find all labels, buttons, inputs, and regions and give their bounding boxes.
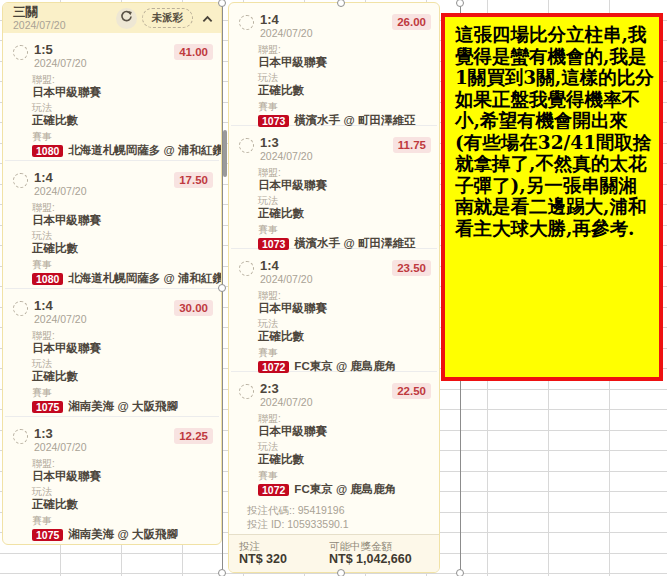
play-label: 玩法 bbox=[32, 103, 213, 113]
chevron-up-icon bbox=[202, 9, 213, 27]
match-number-badge: 1072 bbox=[258, 484, 289, 497]
bet-score: 1:3 bbox=[260, 136, 393, 150]
bet-date: 2024/07/20 bbox=[34, 442, 174, 454]
match-label: 賽事 bbox=[258, 225, 431, 235]
play-value: 正確比數 bbox=[32, 115, 213, 127]
bet-meta: 投注代碼:: 95419196 投注 ID: 105933590.1 bbox=[229, 495, 439, 531]
match-label: 賽事 bbox=[32, 132, 213, 142]
bet-entry: 1:4 2024/07/20 23.50 聯盟: 日本甲級聯賽 玩法 正確比數 … bbox=[231, 249, 437, 372]
match-number-badge: 1075 bbox=[32, 529, 63, 542]
bet-score: 1:3 bbox=[34, 427, 174, 441]
selection-handle-bottom-right[interactable] bbox=[456, 569, 464, 576]
match-name: 湘南美海 @ 大阪飛腳 bbox=[68, 401, 178, 413]
league-label: 聯盟: bbox=[258, 414, 431, 424]
play-label: 玩法 bbox=[258, 73, 431, 83]
league-label: 聯盟: bbox=[32, 203, 213, 213]
pending-status-icon bbox=[239, 138, 254, 153]
scrollbar-thumb[interactable] bbox=[223, 130, 227, 177]
play-value: 正確比數 bbox=[258, 85, 431, 97]
bet-slip-card-left: 三關 2024/07/20 未派彩 1:5 2024/07/20 bbox=[2, 2, 222, 545]
bet-entry: 1:3 2024/07/20 12.25 聯盟: 日本甲級聯賽 玩法 正確比數 … bbox=[5, 417, 219, 545]
bet-score: 1:4 bbox=[34, 171, 174, 185]
odds-badge: 41.00 bbox=[174, 44, 213, 60]
league-label: 聯盟: bbox=[258, 45, 431, 55]
bet-entry: 1:4 2024/07/20 30.00 聯盟: 日本甲級聯賽 玩法 正確比數 … bbox=[5, 289, 219, 417]
match-name: FC東京 @ 鹿島鹿角 bbox=[294, 484, 396, 496]
bet-code: 投注代碼:: 95419196 bbox=[247, 503, 439, 517]
league-value: 日本甲級聯賽 bbox=[258, 303, 431, 315]
pending-status-icon bbox=[13, 45, 28, 60]
play-value: 正確比數 bbox=[32, 371, 213, 383]
bet-entry: 1:5 2024/07/20 41.00 聯盟: 日本甲級聯賽 玩法 正確比數 … bbox=[5, 33, 219, 161]
pending-status-icon bbox=[239, 384, 254, 399]
league-value: 日本甲級聯賽 bbox=[32, 215, 213, 227]
league-label: 聯盟: bbox=[32, 75, 213, 85]
bet-score: 1:4 bbox=[260, 13, 392, 27]
league-value: 日本甲級聯賽 bbox=[258, 57, 431, 69]
league-label: 聯盟: bbox=[258, 168, 431, 178]
match-name: 北海道札幌岡薩多 @ 浦和紅鑽 bbox=[68, 145, 222, 157]
league-value: 日本甲級聯賽 bbox=[258, 426, 431, 438]
slip-footer: 投注 NT$ 320 可能中獎金額 NT$ 1,042,660 bbox=[229, 534, 439, 572]
bet-slip-card-right: 1:4 2024/07/20 26.00 聯盟: 日本甲級聯賽 玩法 正確比數 … bbox=[228, 2, 440, 573]
status-pill-unsettled[interactable]: 未派彩 bbox=[142, 8, 194, 28]
league-label: 聯盟: bbox=[258, 291, 431, 301]
match-number-badge: 1080 bbox=[32, 273, 63, 286]
possible-win-value: NT$ 1,042,660 bbox=[329, 552, 412, 566]
bet-entry: 1:4 2024/07/20 26.00 聯盟: 日本甲級聯賽 玩法 正確比數 … bbox=[231, 3, 437, 126]
play-value: 正確比數 bbox=[32, 499, 213, 511]
bet-date: 2024/07/20 bbox=[260, 28, 392, 40]
league-value: 日本甲級聯賽 bbox=[32, 343, 213, 355]
pending-status-icon bbox=[13, 173, 28, 188]
play-value: 正確比數 bbox=[258, 331, 431, 343]
pending-status-icon bbox=[239, 15, 254, 30]
odds-badge: 30.00 bbox=[174, 300, 213, 316]
bet-score: 1:4 bbox=[260, 259, 392, 273]
play-label: 玩法 bbox=[32, 231, 213, 241]
bet-date: 2024/07/20 bbox=[34, 314, 174, 326]
play-value: 正確比數 bbox=[258, 454, 431, 466]
betting-history-screenshot: 三關 2024/07/20 未派彩 1:5 2024/07/20 bbox=[0, 0, 667, 576]
bet-date: 2024/07/20 bbox=[34, 186, 174, 198]
odds-badge: 23.50 bbox=[392, 260, 431, 276]
league-label: 聯盟: bbox=[32, 331, 213, 341]
stake-value: NT$ 320 bbox=[239, 552, 329, 566]
match-name: 北海道札幌岡薩多 @ 浦和紅鑽 bbox=[68, 273, 222, 285]
match-number-badge: 1080 bbox=[32, 145, 63, 158]
stake-label: 投注 bbox=[239, 540, 329, 552]
bet-date: 2024/07/20 bbox=[260, 151, 393, 163]
slip-date: 2024/07/20 bbox=[13, 20, 116, 31]
pending-status-icon bbox=[239, 261, 254, 276]
annotation-note-box: 這張四場比分立柱串,我覺得是蠻有機會的,我是1關買到3關,這樣的比分如果正盤我覺… bbox=[441, 13, 663, 381]
bet-score: 1:5 bbox=[34, 43, 174, 57]
refresh-icon bbox=[120, 9, 133, 27]
league-label: 聯盟: bbox=[32, 459, 213, 469]
selection-handle-left-middle[interactable] bbox=[218, 284, 226, 292]
play-label: 玩法 bbox=[32, 487, 213, 497]
bet-date: 2024/07/20 bbox=[260, 274, 392, 286]
bet-date: 2024/07/20 bbox=[34, 58, 174, 70]
play-label: 玩法 bbox=[32, 359, 213, 369]
bet-entry: 1:3 2024/07/20 11.75 聯盟: 日本甲級聯賽 玩法 正確比數 … bbox=[231, 126, 437, 249]
match-label: 賽事 bbox=[32, 516, 213, 526]
match-number-badge: 1075 bbox=[32, 401, 63, 414]
refresh-button[interactable] bbox=[116, 8, 137, 29]
league-value: 日本甲級聯賽 bbox=[32, 87, 213, 99]
slip-header: 三關 2024/07/20 未派彩 bbox=[3, 3, 221, 33]
collapse-button[interactable] bbox=[199, 10, 215, 26]
selection-handle-bottom-center[interactable] bbox=[337, 569, 345, 576]
play-label: 玩法 bbox=[258, 319, 431, 329]
match-label: 賽事 bbox=[258, 348, 431, 358]
odds-badge: 11.75 bbox=[393, 137, 431, 153]
bet-date: 2024/07/20 bbox=[260, 397, 392, 409]
pending-status-icon bbox=[13, 429, 28, 444]
odds-badge: 26.00 bbox=[392, 14, 431, 30]
possible-win-label: 可能中獎金額 bbox=[329, 540, 412, 552]
play-value: 正確比數 bbox=[32, 243, 213, 255]
match-label: 賽事 bbox=[32, 388, 213, 398]
selection-handle-bottom-left[interactable] bbox=[218, 569, 226, 576]
slip-title: 三關 bbox=[13, 6, 116, 19]
play-label: 玩法 bbox=[258, 196, 431, 206]
bet-entry: 1:4 2024/07/20 17.50 聯盟: 日本甲級聯賽 玩法 正確比數 … bbox=[5, 161, 219, 289]
pending-status-icon bbox=[13, 301, 28, 316]
